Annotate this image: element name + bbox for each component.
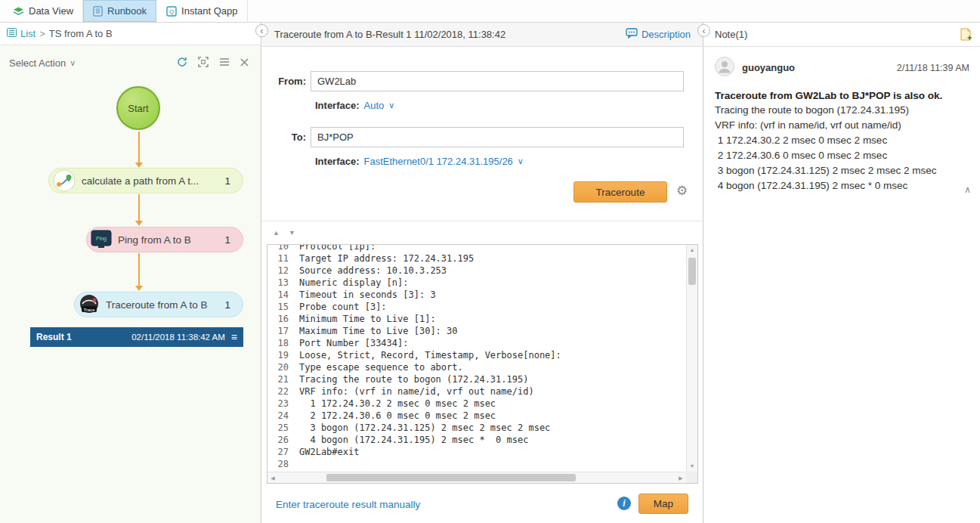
console-line: 27GW2Lab#exit [267,446,686,458]
close-icon[interactable] [240,58,249,67]
traceroute-form: From: Interface: Auto ∨ To: Interface: F… [262,47,703,221]
fit-view-icon[interactable] [198,57,209,67]
console-line: 26 4 bogon (172.24.31.195) 2 msec * 0 ms… [267,434,686,446]
flow-arrow [135,253,143,291]
scrollbar-down-arrow[interactable]: ▼ [687,461,697,472]
console-line-number: 14 [267,289,289,301]
flow-arrow [135,194,143,226]
horizontal-scrollbar[interactable]: ◀ ▶ [267,472,686,483]
scrollbar-up-arrow[interactable]: ▲ [687,245,697,255]
console-content: 10Protocol [ip]: 11Target IP address: 17… [267,245,686,470]
traceroute-result-item[interactable]: Result 1 02/11/2018 11:38:42 AM ≡ [30,327,243,347]
flow-node-calculate-path[interactable]: calculate a path from A t... 1 [48,168,243,193]
svg-text:Ping: Ping [96,236,107,242]
note-timestamp: 2/11/18 11:39 AM [897,63,969,73]
from-input[interactable] [311,71,684,91]
console-line-number: 25 [267,422,289,434]
svg-text:Q: Q [169,8,174,15]
traceroute-icon: Trace [79,294,100,315]
vertical-scrollbar[interactable]: ▲ ▼ [686,245,697,472]
note-body-line: Tracing the route to bogon (172.24.31.19… [715,103,969,118]
chevron-down-icon: ∨ [70,58,76,68]
console-line-number: 21 [267,373,289,385]
vertical-scrollbar-thumb[interactable] [688,258,696,285]
gear-icon[interactable]: ⚙ [676,183,688,199]
menu-icon[interactable] [219,57,230,67]
chevron-down-icon[interactable]: ∨ [518,156,524,166]
console-line-number: 10 [267,245,289,252]
interface-label: Interface: [315,100,360,111]
horizontal-scrollbar-thumb[interactable] [326,474,576,481]
tab-data-view[interactable]: Data View [3,0,83,22]
description-link[interactable]: Description [626,28,691,41]
console-line-text: 2 172.24.30.6 0 msec 0 msec 2 msec [299,410,496,422]
console-line-text: 3 bogon (172.24.31.125) 2 msec 2 msec 2 … [299,422,550,434]
note-body-line: VRF info: (vrf in name/id, vrf out name/… [715,118,969,133]
flow-node-ping[interactable]: Ping Ping from A to B 1 [86,227,243,252]
note-body-line: 3 bogon (172.24.31.125) 2 msec 2 msec 2 … [715,163,969,178]
console-line: 13Numeric display [n]: [267,277,686,289]
note-panel-title: Note(1) [715,29,747,40]
note-collapse-icon[interactable]: ∧ [964,184,971,195]
flow-start-node[interactable]: Start [116,86,160,130]
to-interface-value[interactable]: FastEthernet0/1 172.24.31.195/26 [364,156,513,167]
traceroute-button[interactable]: Traceroute [573,181,667,203]
scrollbar-left-arrow[interactable]: ◀ [267,472,278,483]
breadcrumb-separator: > [39,28,45,39]
scroll-down-button[interactable]: ▼ [289,229,295,237]
tab-instant-qapp[interactable]: Q Instant Qapp [156,0,247,22]
add-note-icon[interactable] [960,28,972,43]
result-timestamp: 02/11/2018 11:38:42 AM [131,333,225,342]
map-button[interactable]: Map [638,494,688,514]
select-action-dropdown[interactable]: Select Action ∨ [9,57,76,69]
scrollbar-corner [686,472,697,483]
collapse-middle-panel-button[interactable]: ‹ [697,24,710,37]
console-line-text: 4 bogon (172.24.31.195) 2 msec * 0 msec [299,434,528,446]
result-panel-footer: Enter traceroute result manually i Map [262,484,703,523]
console-line-number: 27 [267,446,289,458]
scroll-up-button[interactable]: ▲ [273,229,280,237]
console-line-number: 19 [267,349,289,361]
refresh-icon[interactable] [177,57,187,67]
from-interface-value[interactable]: Auto [364,100,385,111]
flow-node-result-count: 1 [224,234,230,246]
enter-result-manually-link[interactable]: Enter traceroute result manually [276,499,420,510]
console-line-text: Probe count [3]: [299,301,387,313]
console-line-number: 11 [267,252,289,265]
console-line-text: Protocol [ip]: [299,245,376,252]
console-line-number: 13 [267,277,289,289]
note-panel-header: Note(1) [704,23,980,47]
app-window: Data View Runbook Q Instant Qapp List > … [0,0,980,523]
console-line-text: 1 172.24.30.2 2 msec 0 msec 2 msec [299,398,496,410]
interface-label: Interface: [315,156,360,167]
select-action-label: Select Action [9,57,66,69]
cli-output-console[interactable]: 10Protocol [ip]: 11Target IP address: 17… [267,244,698,484]
flow-node-traceroute[interactable]: Trace Traceroute from A to B 1 [74,292,243,317]
to-input[interactable] [311,127,684,147]
result-label: Result 1 [36,332,72,342]
console-line-text: VRF info: (vrf in name/id, vrf out name/… [299,385,534,398]
note-body-line: 4 bogon (172.24.31.195) 2 msec * 0 msec [715,178,969,193]
tab-instant-qapp-label: Instant Qapp [181,5,237,17]
console-line: 28 [267,458,686,470]
console-line: 19Loose, Strict, Record, Timestamp, Verb… [267,349,686,361]
result-menu-icon[interactable]: ≡ [231,331,237,343]
svg-text:Trace: Trace [83,308,95,312]
tab-runbook[interactable]: Runbook [83,0,156,22]
collapse-left-panel-button[interactable]: ‹ [255,24,268,37]
console-viewport: 10Protocol [ip]: 11Target IP address: 17… [267,245,686,472]
runbook-flow-panel: List > TS from A to B Select Action ∨ St… [0,23,261,523]
top-tab-bar: Data View Runbook Q Instant Qapp [0,0,980,23]
chevron-down-icon[interactable]: ∨ [388,101,394,110]
scrollbar-right-arrow[interactable]: ▶ [675,472,686,483]
console-line: 20Type escape sequence to abort. [267,361,686,373]
console-line-number: 22 [267,385,289,398]
description-label: Description [641,29,691,40]
console-line: 21Tracing the route to bogon (172.24.31.… [267,373,686,385]
breadcrumb-list-link[interactable]: List [20,28,36,39]
breadcrumb-current: TS from A to B [49,28,113,39]
console-line-text: Minimum Time to Live [1]: [299,313,436,325]
info-icon[interactable]: i [617,497,631,510]
flow-toolbar [177,57,249,67]
note-item: guoyanguo 2/11/18 11:39 AM Traceroute fr… [704,47,980,198]
